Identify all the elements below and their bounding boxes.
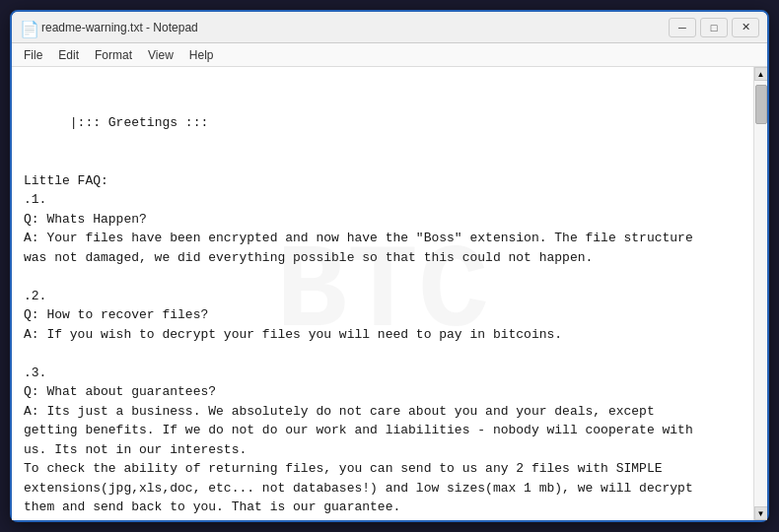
title-bar: 📄 readme-warning.txt - Notepad ─ □ ✕ xyxy=(12,12,767,43)
content-area: BTC |::: Greetings ::: Little FAQ: .1. Q… xyxy=(12,67,767,520)
scrollbar: ▲ ▼ xyxy=(753,67,767,520)
menu-bar: File Edit Format View Help xyxy=(12,43,767,67)
menu-format[interactable]: Format xyxy=(87,46,140,64)
scroll-down-button[interactable]: ▼ xyxy=(754,506,768,520)
menu-file[interactable]: File xyxy=(16,46,50,64)
notepad-window: 📄 readme-warning.txt - Notepad ─ □ ✕ Fil… xyxy=(10,10,769,522)
scrollbar-track[interactable] xyxy=(754,81,767,506)
title-bar-left: 📄 readme-warning.txt - Notepad xyxy=(20,20,198,35)
scrollbar-thumb[interactable] xyxy=(755,85,767,124)
menu-edit[interactable]: Edit xyxy=(50,46,87,64)
close-button[interactable]: ✕ xyxy=(732,18,759,37)
menu-view[interactable]: View xyxy=(140,46,181,64)
minimize-button[interactable]: ─ xyxy=(669,18,696,37)
window-controls: ─ □ ✕ xyxy=(669,18,759,37)
window-title: readme-warning.txt - Notepad xyxy=(41,21,198,34)
editor-content: |::: Greetings ::: Little FAQ: .1. Q: Wh… xyxy=(24,115,693,520)
menu-help[interactable]: Help xyxy=(181,46,222,64)
text-editor[interactable]: BTC |::: Greetings ::: Little FAQ: .1. Q… xyxy=(12,67,753,520)
scroll-up-button[interactable]: ▲ xyxy=(754,67,768,81)
maximize-button[interactable]: □ xyxy=(700,18,728,37)
notepad-icon: 📄 xyxy=(20,20,35,35)
